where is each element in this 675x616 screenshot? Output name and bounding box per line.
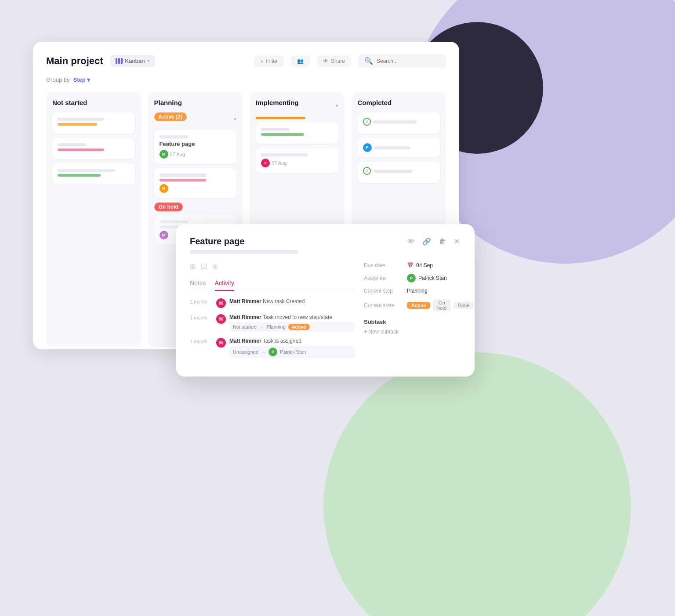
task-progress-bar [58,149,104,151]
check-icon: ✓ [363,118,371,126]
flow-to: Planning [267,324,286,330]
activity-content: Matt Rimmer Task moved to new step/state… [229,314,355,332]
chevron-down-icon[interactable]: ▾ [336,103,338,109]
due-date-field: Due date 📅 04 Sep [364,262,461,268]
check-icon: ✓ [363,167,371,175]
checklist-icon[interactable]: ☑ [201,262,207,271]
task-placeholder-bar [261,153,308,156]
link-icon: 🔗 [422,238,431,245]
copy-link-button[interactable]: 🔗 [421,236,432,246]
project-title: Main project [46,55,103,67]
task-mini-card[interactable]: ✓ [358,162,440,183]
activity-time: 1 month [190,298,213,304]
add-subtask-button[interactable]: + New subtask [364,329,461,335]
state-onhold-button[interactable]: On hold [433,299,451,312]
modal-left-panel: ⊞ ☑ ⊕ Notes Activity 1 month M Matt Rimm… [190,262,355,364]
chevron-down-icon[interactable]: ▾ [234,116,236,122]
feature-page-task-card[interactable]: Feature page M 07 Aug [154,130,237,164]
state-active-button[interactable]: Active [407,302,430,309]
task-placeholder-bar [374,146,410,149]
link-icon[interactable]: ⊕ [212,262,218,271]
modal-icon-row: ⊞ ☑ ⊕ [190,262,355,271]
modal-header: Feature page 👁 🔗 🗑 ✕ [190,236,461,246]
task-progress-bar [160,179,206,181]
due-date-label: Due date [364,262,403,268]
activity-action: Task is assigned [263,338,301,344]
activity-user: Matt Rimmer [229,314,261,320]
attachment-icon[interactable]: ⊞ [190,262,196,271]
close-button[interactable]: ✕ [453,236,461,246]
share-icon: 👥 [297,58,304,64]
task-mini-card[interactable] [52,138,135,159]
filter-label: Filter [266,58,278,64]
column-title-not-started: Not started [52,99,135,106]
tab-notes[interactable]: Notes [190,279,206,291]
flow-from: Unassigned [233,349,258,355]
avatar: P [363,143,372,152]
current-step-field: Current step Planning [364,288,461,294]
avatar: M [160,184,168,193]
view-options-label: Share [331,58,345,64]
tab-activity[interactable]: Activity [215,279,234,291]
kanban-header: Main project Kanban ▾ ≡ Filter 👥 👁 Share… [46,54,446,68]
task-placeholder-bar [160,174,206,177]
close-icon: ✕ [454,238,460,245]
task-placeholder-bar [58,143,86,146]
state-done-button[interactable]: Done [454,302,474,309]
current-step-label: Current step [364,288,403,294]
search-box[interactable]: 🔍 [358,54,446,68]
task-mini-card[interactable]: A 07 Aug [256,148,338,173]
assignee-value: P Patrick Stan [407,274,447,283]
activity-avatar: M [216,298,226,308]
task-placeholder-bar [261,128,290,131]
group-by-label: Group by [46,76,69,83]
task-mini-card[interactable] [256,123,338,144]
task-mini-card[interactable]: M [154,168,237,198]
task-placeholder-bar [374,170,413,173]
flow-arrow: → [261,349,266,355]
modal-title: Feature page [190,236,244,246]
activity-user: Matt Rimmer [229,298,261,304]
column-not-started: Not started [46,92,141,347]
task-placeholder-bar [58,169,115,172]
active-badge: Active (2) [154,112,187,121]
task-progress-bar [58,174,101,177]
share-button[interactable]: 👥 [291,55,310,67]
trash-icon: 🗑 [439,238,446,245]
activity-time: 1 month [190,338,213,344]
activity-content: Matt Rimmer Task is assigned Unassigned … [229,338,355,358]
task-mini-card[interactable] [52,163,135,185]
search-icon: 🔍 [364,57,373,65]
state-buttons: Active On hold Done [407,299,474,312]
calendar-icon: 📅 [407,262,414,268]
kanban-view-button[interactable]: Kanban ▾ [110,55,156,67]
delete-button[interactable]: 🗑 [438,237,447,246]
filter-button[interactable]: ≡ Filter [254,55,284,67]
view-options-button[interactable]: 👁 Share [317,55,351,67]
task-progress-bar [261,133,304,136]
current-step-value: Planning [407,288,428,294]
activity-item: 1 month M Matt Rimmer Task moved to new … [190,314,355,332]
task-mini-card[interactable]: P [358,138,440,157]
activity-time: 1 month [190,314,213,320]
bg-circle-green [323,352,631,616]
search-input[interactable] [377,58,440,64]
subtask-section: Subtask + New subtask [364,319,461,335]
task-placeholder-bar [160,135,188,138]
modal-body: ⊞ ☑ ⊕ Notes Activity 1 month M Matt Rimm… [190,262,461,364]
modal-tabs: Notes Activity [190,279,355,291]
implementing-progress-bar [256,117,305,119]
column-title-completed: Completed [358,99,440,106]
activity-action: New task Created [263,298,305,304]
flow-from: Not started [233,324,257,330]
group-by-value[interactable]: Step ▾ [73,76,90,83]
task-mini-card[interactable] [52,112,135,134]
watch-button[interactable]: 👁 [406,237,415,246]
avatar: M [160,150,168,159]
task-date: M 07 Aug [160,150,232,159]
column-title-implementing: Implementing [256,99,299,106]
avatar: A [261,159,270,167]
column-title-planning: Planning [154,99,237,106]
task-mini-card[interactable]: ✓ [358,112,440,134]
implementing-header-row: Implementing ▾ [256,99,338,112]
